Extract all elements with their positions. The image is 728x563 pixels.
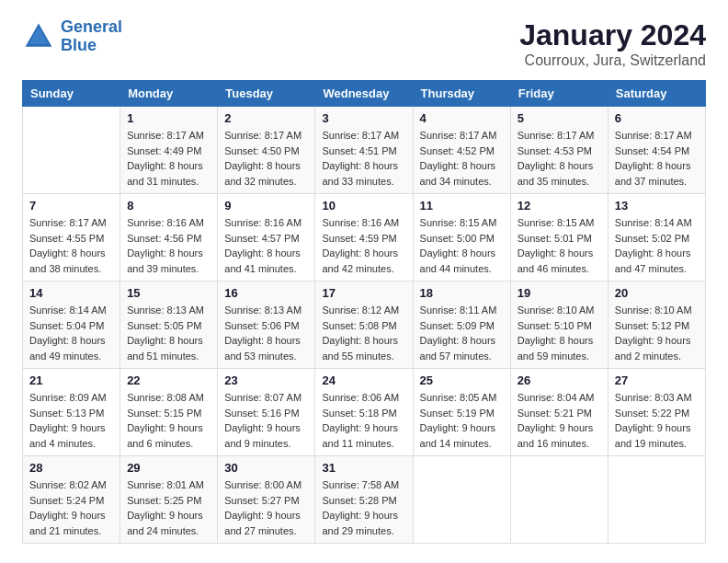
day-cell: 15Sunrise: 8:13 AMSunset: 5:05 PMDayligh… bbox=[120, 282, 218, 369]
day-cell: 21Sunrise: 8:09 AMSunset: 5:13 PMDayligh… bbox=[23, 369, 120, 456]
logo-icon bbox=[22, 20, 55, 53]
day-cell: 29Sunrise: 8:01 AMSunset: 5:25 PMDayligh… bbox=[120, 456, 218, 544]
week-row-4: 28Sunrise: 8:02 AMSunset: 5:24 PMDayligh… bbox=[23, 456, 706, 544]
day-info: Sunrise: 8:05 AMSunset: 5:19 PMDaylight:… bbox=[420, 390, 504, 451]
day-cell: 22Sunrise: 8:08 AMSunset: 5:15 PMDayligh… bbox=[120, 369, 218, 456]
week-row-0: 1Sunrise: 8:17 AMSunset: 4:49 PMDaylight… bbox=[23, 107, 706, 194]
day-info: Sunrise: 8:06 AMSunset: 5:18 PMDaylight:… bbox=[322, 390, 405, 451]
day-number: 15 bbox=[127, 286, 210, 300]
day-info: Sunrise: 8:16 AMSunset: 4:57 PMDaylight:… bbox=[224, 215, 308, 276]
day-info: Sunrise: 7:58 AMSunset: 5:28 PMDaylight:… bbox=[322, 477, 405, 538]
day-number: 16 bbox=[224, 286, 308, 300]
header: General Blue January 2024 Courroux, Jura… bbox=[22, 18, 706, 69]
header-cell-wednesday: Wednesday bbox=[315, 81, 413, 107]
day-info: Sunrise: 8:17 AMSunset: 4:52 PMDaylight:… bbox=[420, 128, 504, 189]
calendar-table: SundayMondayTuesdayWednesdayThursdayFrid… bbox=[22, 80, 706, 544]
day-number: 13 bbox=[615, 199, 699, 213]
day-info: Sunrise: 8:13 AMSunset: 5:05 PMDaylight:… bbox=[127, 303, 210, 363]
header-cell-saturday: Saturday bbox=[608, 81, 705, 107]
day-number: 30 bbox=[224, 461, 308, 475]
header-cell-tuesday: Tuesday bbox=[218, 81, 315, 107]
day-cell: 11Sunrise: 8:15 AMSunset: 5:00 PMDayligh… bbox=[413, 194, 510, 282]
day-cell: 6Sunrise: 8:17 AMSunset: 4:54 PMDaylight… bbox=[608, 107, 705, 194]
day-number: 4 bbox=[420, 111, 504, 125]
day-cell: 1Sunrise: 8:17 AMSunset: 4:49 PMDaylight… bbox=[120, 107, 218, 194]
page: General Blue January 2024 Courroux, Jura… bbox=[0, 0, 728, 562]
page-title: January 2024 bbox=[519, 18, 706, 52]
day-number: 25 bbox=[420, 373, 504, 387]
day-info: Sunrise: 8:17 AMSunset: 4:49 PMDaylight:… bbox=[127, 128, 210, 189]
day-cell: 24Sunrise: 8:06 AMSunset: 5:18 PMDayligh… bbox=[315, 369, 413, 456]
day-number: 20 bbox=[615, 286, 699, 300]
page-subtitle: Courroux, Jura, Switzerland bbox=[519, 52, 706, 69]
week-row-2: 14Sunrise: 8:14 AMSunset: 5:04 PMDayligh… bbox=[23, 282, 706, 369]
day-info: Sunrise: 8:11 AMSunset: 5:09 PMDaylight:… bbox=[420, 303, 504, 363]
day-info: Sunrise: 8:08 AMSunset: 5:15 PMDaylight:… bbox=[127, 390, 210, 451]
logo-line2: Blue bbox=[61, 36, 97, 54]
day-cell: 4Sunrise: 8:17 AMSunset: 4:52 PMDaylight… bbox=[413, 107, 510, 194]
day-info: Sunrise: 8:00 AMSunset: 5:27 PMDaylight:… bbox=[224, 477, 308, 538]
day-info: Sunrise: 8:10 AMSunset: 5:12 PMDaylight:… bbox=[615, 303, 699, 363]
day-cell: 26Sunrise: 8:04 AMSunset: 5:21 PMDayligh… bbox=[510, 369, 608, 456]
day-cell: 20Sunrise: 8:10 AMSunset: 5:12 PMDayligh… bbox=[608, 282, 705, 369]
day-cell: 28Sunrise: 8:02 AMSunset: 5:24 PMDayligh… bbox=[23, 456, 120, 544]
day-info: Sunrise: 8:14 AMSunset: 5:04 PMDaylight:… bbox=[29, 303, 113, 363]
day-info: Sunrise: 8:02 AMSunset: 5:24 PMDaylight:… bbox=[29, 477, 113, 538]
day-cell: 30Sunrise: 8:00 AMSunset: 5:27 PMDayligh… bbox=[218, 456, 315, 544]
day-number: 2 bbox=[224, 111, 308, 125]
day-info: Sunrise: 8:17 AMSunset: 4:53 PMDaylight:… bbox=[518, 128, 601, 189]
day-number: 29 bbox=[127, 461, 210, 475]
day-cell: 16Sunrise: 8:13 AMSunset: 5:06 PMDayligh… bbox=[218, 282, 315, 369]
header-cell-thursday: Thursday bbox=[413, 81, 510, 107]
day-number: 28 bbox=[29, 461, 113, 475]
day-cell: 17Sunrise: 8:12 AMSunset: 5:08 PMDayligh… bbox=[315, 282, 413, 369]
logo: General Blue bbox=[22, 18, 122, 55]
day-cell: 31Sunrise: 7:58 AMSunset: 5:28 PMDayligh… bbox=[315, 456, 413, 544]
day-cell: 2Sunrise: 8:17 AMSunset: 4:50 PMDaylight… bbox=[218, 107, 315, 194]
day-number: 5 bbox=[518, 111, 601, 125]
day-number: 14 bbox=[29, 286, 113, 300]
day-number: 10 bbox=[322, 199, 405, 213]
day-info: Sunrise: 8:16 AMSunset: 4:56 PMDaylight:… bbox=[127, 215, 210, 276]
header-row: SundayMondayTuesdayWednesdayThursdayFrid… bbox=[23, 81, 706, 107]
day-cell: 13Sunrise: 8:14 AMSunset: 5:02 PMDayligh… bbox=[608, 194, 705, 282]
day-info: Sunrise: 8:15 AMSunset: 5:01 PMDaylight:… bbox=[518, 215, 601, 276]
day-cell: 9Sunrise: 8:16 AMSunset: 4:57 PMDaylight… bbox=[218, 194, 315, 282]
day-info: Sunrise: 8:12 AMSunset: 5:08 PMDaylight:… bbox=[322, 303, 405, 363]
day-info: Sunrise: 8:03 AMSunset: 5:22 PMDaylight:… bbox=[615, 390, 699, 451]
day-cell: 12Sunrise: 8:15 AMSunset: 5:01 PMDayligh… bbox=[510, 194, 608, 282]
day-number: 11 bbox=[420, 199, 504, 213]
day-cell: 8Sunrise: 8:16 AMSunset: 4:56 PMDaylight… bbox=[120, 194, 218, 282]
day-cell: 7Sunrise: 8:17 AMSunset: 4:55 PMDaylight… bbox=[23, 194, 120, 282]
day-cell bbox=[608, 456, 705, 544]
day-info: Sunrise: 8:17 AMSunset: 4:54 PMDaylight:… bbox=[615, 128, 699, 189]
day-number: 1 bbox=[127, 111, 210, 125]
day-info: Sunrise: 8:14 AMSunset: 5:02 PMDaylight:… bbox=[615, 215, 699, 276]
calendar-header: SundayMondayTuesdayWednesdayThursdayFrid… bbox=[23, 81, 706, 107]
logo-text: General Blue bbox=[61, 18, 122, 55]
day-number: 7 bbox=[29, 199, 113, 213]
day-info: Sunrise: 8:04 AMSunset: 5:21 PMDaylight:… bbox=[518, 390, 601, 451]
day-number: 23 bbox=[224, 373, 308, 387]
day-info: Sunrise: 8:09 AMSunset: 5:13 PMDaylight:… bbox=[29, 390, 113, 451]
day-cell: 3Sunrise: 8:17 AMSunset: 4:51 PMDaylight… bbox=[315, 107, 413, 194]
day-number: 24 bbox=[322, 373, 405, 387]
day-cell bbox=[510, 456, 608, 544]
header-cell-monday: Monday bbox=[120, 81, 218, 107]
day-number: 27 bbox=[615, 373, 699, 387]
day-number: 17 bbox=[322, 286, 405, 300]
svg-marker-1 bbox=[28, 27, 49, 44]
day-number: 12 bbox=[518, 199, 601, 213]
day-cell: 25Sunrise: 8:05 AMSunset: 5:19 PMDayligh… bbox=[413, 369, 510, 456]
day-cell: 18Sunrise: 8:11 AMSunset: 5:09 PMDayligh… bbox=[413, 282, 510, 369]
header-cell-friday: Friday bbox=[510, 81, 608, 107]
title-block: January 2024 Courroux, Jura, Switzerland bbox=[519, 18, 706, 69]
day-number: 9 bbox=[224, 199, 308, 213]
day-info: Sunrise: 8:07 AMSunset: 5:16 PMDaylight:… bbox=[224, 390, 308, 451]
day-info: Sunrise: 8:10 AMSunset: 5:10 PMDaylight:… bbox=[518, 303, 601, 363]
day-number: 6 bbox=[615, 111, 699, 125]
day-info: Sunrise: 8:17 AMSunset: 4:55 PMDaylight:… bbox=[29, 215, 113, 276]
day-cell bbox=[23, 107, 120, 194]
day-number: 31 bbox=[322, 461, 405, 475]
day-info: Sunrise: 8:16 AMSunset: 4:59 PMDaylight:… bbox=[322, 215, 405, 276]
